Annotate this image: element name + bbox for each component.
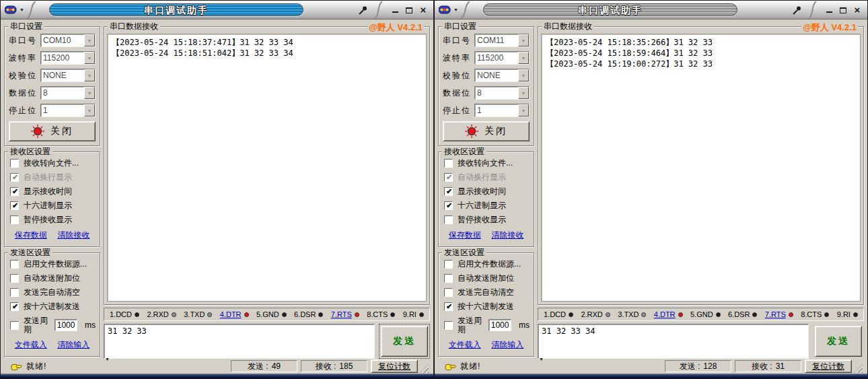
pin-icon[interactable]	[792, 5, 801, 15]
dropdown-arrow-icon[interactable]: ▼	[84, 34, 95, 46]
baud-select[interactable]: 115200 ▼	[40, 51, 96, 65]
checkbox-label[interactable]: 显示接收时间	[24, 187, 72, 196]
checkbox-label[interactable]: 接收转向文件...	[458, 159, 513, 168]
dropdown-arrow-icon[interactable]: ▼	[518, 104, 529, 116]
checkbox[interactable]	[444, 173, 453, 182]
checkbox[interactable]	[444, 302, 453, 311]
window-body: 串口设置 串口号 COM11 ▼ 波特率 115200	[435, 20, 867, 374]
file-load-link[interactable]: 文件载入	[449, 339, 481, 351]
dropdown-arrow-icon[interactable]: ▼	[518, 69, 529, 81]
minimize-button[interactable]	[390, 5, 400, 15]
checkbox-label[interactable]: 启用文件数据源...	[458, 260, 521, 269]
resize-grip[interactable]	[854, 364, 863, 373]
checkbox-label[interactable]: 显示接收时间	[458, 187, 506, 196]
checkbox[interactable]	[10, 260, 19, 269]
pin-icon[interactable]	[358, 5, 367, 15]
checkbox[interactable]	[444, 260, 453, 269]
checkbox-label[interactable]: 发送完自动清空	[458, 288, 514, 297]
send-input[interactable]: 31 32 33	[104, 324, 375, 359]
rts-toggle-link[interactable]: 7.RTS	[765, 310, 786, 318]
checkbox-label[interactable]: 自动发送附加位	[24, 274, 80, 283]
app-icon[interactable]	[5, 5, 17, 15]
databits-select[interactable]: 8 ▼	[474, 86, 530, 100]
baud-select[interactable]: 115200 ▼	[474, 51, 530, 65]
checkbox[interactable]	[444, 321, 453, 330]
title-bar[interactable]: ▼ 串口调试助手 ×	[435, 1, 867, 20]
system-menu-arrow-icon[interactable]: ▼	[454, 7, 458, 12]
dtr-toggle-link[interactable]: 4.DTR	[220, 310, 242, 318]
checkbox-label[interactable]: 自动发送附加位	[458, 274, 514, 283]
system-menu-arrow-icon[interactable]: ▼	[20, 7, 24, 12]
close-port-button[interactable]: 关闭	[443, 121, 530, 141]
checkbox[interactable]	[10, 302, 19, 311]
rts-toggle-link[interactable]: 7.RTS	[331, 310, 352, 318]
checkbox[interactable]	[444, 215, 453, 224]
period-input[interactable]: 1000	[55, 319, 77, 331]
checkbox[interactable]	[444, 274, 453, 283]
led-red-icon	[31, 125, 44, 138]
maximize-button[interactable]	[404, 5, 414, 15]
checkbox-label[interactable]: 接收转向文件...	[24, 159, 79, 168]
stopbits-select[interactable]: 1 ▼	[40, 104, 96, 117]
parity-select[interactable]: NONE ▼	[40, 69, 96, 82]
dropdown-arrow-icon[interactable]: ▼	[518, 52, 529, 64]
checkbox[interactable]	[444, 201, 453, 210]
dtr-toggle-link[interactable]: 4.DTR	[654, 310, 676, 318]
checkbox[interactable]	[10, 159, 19, 168]
file-load-link[interactable]: 文件载入	[15, 339, 47, 351]
dropdown-arrow-icon[interactable]: ▼	[84, 69, 95, 81]
close-port-button[interactable]: 关闭	[9, 121, 96, 141]
checkbox[interactable]	[10, 215, 19, 224]
close-window-button[interactable]: ×	[419, 5, 428, 15]
close-window-button[interactable]: ×	[853, 5, 862, 15]
dropdown-arrow-icon[interactable]: ▼	[518, 34, 529, 46]
dropdown-arrow-icon[interactable]: ▼	[84, 104, 95, 116]
dropdown-arrow-icon[interactable]: ▼	[84, 52, 95, 64]
checkbox[interactable]	[10, 288, 19, 297]
checkbox-label[interactable]: 发送完自动清空	[24, 288, 80, 297]
clear-receive-link[interactable]: 清除接收	[57, 230, 89, 241]
minimize-button[interactable]	[824, 5, 834, 15]
checkbox[interactable]	[10, 274, 19, 283]
reset-counters-button[interactable]: 复位计数	[805, 359, 852, 373]
checkbox[interactable]	[444, 288, 453, 297]
port-select[interactable]: COM11 ▼	[474, 34, 530, 47]
databits-select[interactable]: 8 ▼	[40, 86, 96, 100]
stopbits-select[interactable]: 1 ▼	[474, 104, 530, 117]
checkbox-label[interactable]: 自动换行显示	[458, 173, 506, 182]
clear-input-link[interactable]: 清除输入	[57, 339, 89, 351]
checkbox[interactable]	[10, 321, 19, 330]
checkbox-label[interactable]: 启用文件数据源...	[24, 260, 87, 269]
clear-receive-link[interactable]: 清除接收	[491, 230, 523, 241]
port-select[interactable]: COM10 ▼	[40, 34, 96, 47]
checkbox-label[interactable]: 十六进制显示	[24, 201, 72, 210]
maximize-button[interactable]	[838, 5, 848, 15]
checkbox-label[interactable]: 暂停接收显示	[24, 215, 72, 224]
parity-select[interactable]: NONE ▼	[474, 69, 530, 82]
dropdown-arrow-icon[interactable]: ▼	[518, 87, 529, 99]
checkbox-label[interactable]: 自动换行显示	[24, 173, 72, 182]
period-input[interactable]: 1000	[489, 319, 511, 331]
dropdown-arrow-icon[interactable]: ▼	[84, 87, 95, 99]
checkbox[interactable]	[444, 159, 453, 168]
clear-input-link[interactable]: 清除输入	[491, 339, 523, 351]
resize-grip[interactable]	[420, 364, 429, 373]
checkbox-label[interactable]: 十六进制显示	[458, 201, 506, 210]
checkbox-label[interactable]: 按十六进制发送	[24, 302, 80, 311]
checkbox[interactable]	[444, 187, 453, 196]
title-bar[interactable]: ▼ 串口调试助手 ×	[1, 1, 433, 20]
send-button[interactable]: 发送	[815, 326, 862, 357]
app-icon[interactable]	[439, 5, 451, 15]
checkbox[interactable]	[10, 187, 19, 196]
reset-counters-button[interactable]: 复位计数	[371, 359, 418, 373]
send-input[interactable]: 31 32 33 34	[538, 324, 809, 359]
checkbox-label[interactable]: 发送周期	[24, 316, 49, 334]
checkbox-label[interactable]: 按十六进制发送	[458, 302, 514, 311]
save-data-link[interactable]: 保存数据	[449, 230, 481, 241]
save-data-link[interactable]: 保存数据	[15, 230, 47, 241]
send-button[interactable]: 发送	[381, 326, 428, 357]
checkbox-label[interactable]: 暂停接收显示	[458, 215, 506, 224]
checkbox[interactable]	[10, 201, 19, 210]
checkbox[interactable]	[10, 173, 19, 182]
checkbox-label[interactable]: 发送周期	[458, 316, 483, 334]
